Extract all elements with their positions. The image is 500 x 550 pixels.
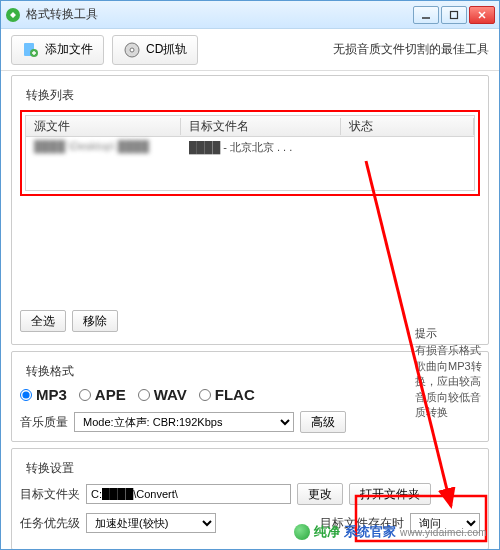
watermark-brand1: 纯净 [314, 523, 340, 541]
priority-select[interactable]: 加速处理(较快) [86, 513, 216, 533]
cd-icon [123, 41, 141, 59]
list-empty-area [20, 196, 480, 304]
format-group-title: 转换格式 [22, 363, 78, 380]
list-highlight: 源文件 目标文件名 状态 ████ \Desktop\ ████ ████ - … [20, 110, 480, 196]
hint-box: 提示 有损音乐格式歌曲向MP3转换，应由较高音质向较低音质转换 [415, 326, 487, 420]
format-flac-label: FLAC [215, 386, 255, 403]
app-icon [5, 7, 21, 23]
open-folder-button[interactable]: 打开文件夹 [349, 483, 431, 505]
watermark: 纯净 系统官家 www.yidaimei.com [294, 523, 487, 541]
title-bar: 格式转换工具 [1, 1, 499, 29]
format-wav-option[interactable]: WAV [138, 386, 187, 403]
cd-grab-label: CD抓轨 [146, 41, 187, 58]
radio-flac[interactable] [199, 389, 211, 401]
conversion-list-group: 转换列表 源文件 目标文件名 状态 ████ \Desktop\ ████ ██… [11, 75, 489, 345]
quality-label: 音乐质量 [20, 414, 68, 431]
row-source: ████ \Desktop\ ████ [26, 140, 181, 155]
list-header: 源文件 目标文件名 状态 [25, 115, 475, 137]
svg-point-8 [130, 48, 134, 52]
list-group-title: 转换列表 [22, 87, 78, 104]
tagline: 无损音质文件切割的最佳工具 [333, 41, 489, 58]
priority-label: 任务优先级 [20, 515, 80, 532]
maximize-button[interactable] [441, 6, 467, 24]
format-mp3-label: MP3 [36, 386, 67, 403]
format-options: MP3 APE WAV FLAC [20, 386, 480, 403]
col-target-header: 目标文件名 [181, 118, 341, 135]
advanced-button[interactable]: 高级 [300, 411, 346, 433]
dest-folder-input[interactable] [86, 484, 291, 504]
dest-folder-row: 目标文件夹 更改 打开文件夹 [20, 483, 480, 505]
minimize-button[interactable] [413, 6, 439, 24]
dest-folder-label: 目标文件夹 [20, 486, 80, 503]
settings-group-title: 转换设置 [22, 460, 78, 477]
format-wav-label: WAV [154, 386, 187, 403]
add-file-label: 添加文件 [45, 41, 93, 58]
window-title: 格式转换工具 [26, 6, 413, 23]
radio-mp3[interactable] [20, 389, 32, 401]
col-status-header: 状态 [341, 118, 474, 135]
hint-title: 提示 [415, 326, 487, 341]
app-window: 格式转换工具 添加文件 CD抓轨 无损音质文件切割的最佳工具 转换列表 [0, 0, 500, 550]
svg-rect-2 [451, 11, 458, 18]
content-area: 转换列表 源文件 目标文件名 状态 ████ \Desktop\ ████ ██… [1, 71, 499, 550]
toolbar: 添加文件 CD抓轨 无损音质文件切割的最佳工具 [1, 29, 499, 71]
hint-body: 有损音乐格式歌曲向MP3转换，应由较高音质向较低音质转换 [415, 344, 482, 418]
watermark-icon [294, 524, 310, 540]
row-status [341, 140, 474, 155]
add-file-icon [22, 41, 40, 59]
col-source-header: 源文件 [26, 118, 181, 135]
table-row[interactable]: ████ \Desktop\ ████ ████ - 北京北京 . . . [26, 137, 474, 158]
window-controls [413, 6, 495, 24]
remove-button[interactable]: 移除 [72, 310, 118, 332]
row-target: ████ - 北京北京 . . . [181, 140, 341, 155]
list-body[interactable]: ████ \Desktop\ ████ ████ - 北京北京 . . . [25, 137, 475, 191]
select-all-button[interactable]: 全选 [20, 310, 66, 332]
radio-wav[interactable] [138, 389, 150, 401]
quality-row: 音乐质量 Mode:立体声: CBR:192Kbps 高级 [20, 411, 480, 433]
watermark-url: www.yidaimei.com [400, 527, 487, 538]
quality-select[interactable]: Mode:立体声: CBR:192Kbps [74, 412, 294, 432]
cd-grab-button[interactable]: CD抓轨 [112, 35, 198, 65]
format-flac-option[interactable]: FLAC [199, 386, 255, 403]
format-ape-option[interactable]: APE [79, 386, 126, 403]
list-buttons: 全选 移除 [20, 310, 480, 332]
radio-ape[interactable] [79, 389, 91, 401]
close-button[interactable] [469, 6, 495, 24]
add-file-button[interactable]: 添加文件 [11, 35, 104, 65]
format-ape-label: APE [95, 386, 126, 403]
format-mp3-option[interactable]: MP3 [20, 386, 67, 403]
watermark-brand2: 系统官家 [344, 523, 396, 541]
change-folder-button[interactable]: 更改 [297, 483, 343, 505]
